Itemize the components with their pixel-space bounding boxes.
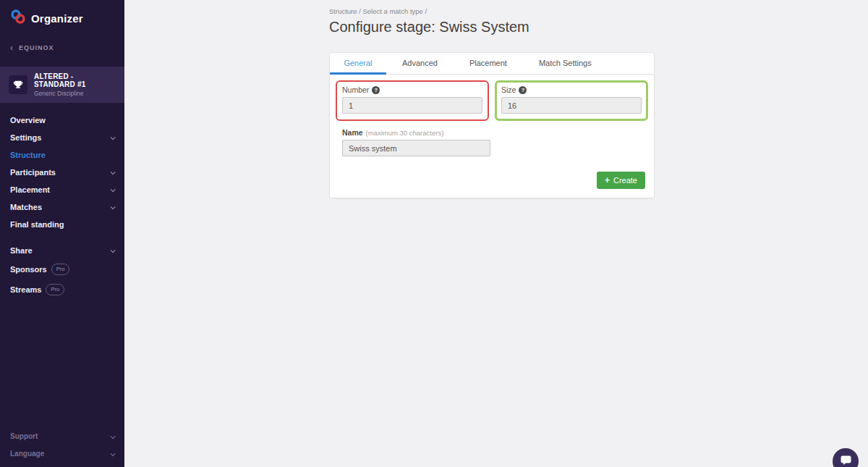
sidebar-item-participants[interactable]: Participants xyxy=(0,164,124,181)
name-input[interactable] xyxy=(342,140,490,156)
sidebar-item-overview[interactable]: Overview xyxy=(0,112,124,129)
sidebar-item-settings[interactable]: Settings xyxy=(0,129,124,146)
discipline-title: ALTERED - STANDARD #1 xyxy=(34,72,116,88)
tab-match-settings[interactable]: Match Settings xyxy=(523,53,608,74)
sidebar-secondary-nav: Share Sponsors Pro Streams Pro xyxy=(0,242,124,300)
stage-tabs: General Advanced Placement Match Setting… xyxy=(330,53,654,75)
chevron-down-icon xyxy=(111,434,116,439)
pro-badge: Pro xyxy=(46,284,64,295)
sidebar-footer: Support Language xyxy=(0,428,124,463)
configure-stage-card: General Advanced Placement Match Setting… xyxy=(329,52,655,198)
size-field-label: Size xyxy=(501,85,516,94)
name-field-hint: (maximum 30 characters) xyxy=(366,129,444,137)
size-field-highlight: Size ? xyxy=(495,80,648,121)
sidebar: Organizer ‹ EQUINOX ALTERED - STANDARD #… xyxy=(0,0,124,467)
chevron-down-icon xyxy=(111,135,116,140)
plus-icon: + xyxy=(605,177,610,184)
app-name: Organizer xyxy=(31,12,83,25)
name-field-group: Name (maximum 30 characters) xyxy=(342,128,490,156)
number-input[interactable] xyxy=(342,97,482,114)
number-field-highlight: Number ? xyxy=(336,80,489,121)
size-input[interactable] xyxy=(501,97,642,114)
chat-bubble-icon xyxy=(841,455,851,467)
pro-badge: Pro xyxy=(51,264,70,275)
chevron-down-icon xyxy=(111,248,116,253)
breadcrumb[interactable]: Structure / Select a match type / xyxy=(329,7,655,15)
chevron-down-icon xyxy=(111,187,116,192)
number-field-label: Number xyxy=(342,85,369,94)
organizer-logo-icon xyxy=(10,9,26,28)
sidebar-item-support[interactable]: Support xyxy=(0,428,124,445)
app-logo[interactable]: Organizer xyxy=(0,0,124,32)
create-button-label: Create xyxy=(613,176,637,185)
tournament-name: EQUINOX xyxy=(19,44,54,51)
tab-general[interactable]: General xyxy=(330,53,386,74)
chat-widget-button[interactable] xyxy=(833,448,859,467)
discipline-subtitle: Generic Discipline xyxy=(34,90,116,97)
sidebar-item-matches[interactable]: Matches xyxy=(0,198,124,216)
sidebar-item-language[interactable]: Language xyxy=(0,445,124,463)
main-content: Structure / Select a match type / Config… xyxy=(124,0,868,467)
chevron-down-icon xyxy=(111,169,116,174)
page-title: Configure stage: Swiss System xyxy=(329,19,655,35)
chevron-left-icon: ‹ xyxy=(10,43,13,52)
sidebar-main-nav: Overview Settings Structure Participants… xyxy=(0,112,124,233)
sidebar-item-placement[interactable]: Placement xyxy=(0,181,124,198)
sidebar-item-structure[interactable]: Structure xyxy=(0,146,124,164)
create-button[interactable]: + Create xyxy=(597,172,645,189)
sidebar-item-streams[interactable]: Streams Pro xyxy=(0,279,124,300)
tab-advanced[interactable]: Advanced xyxy=(386,53,454,74)
tab-placement[interactable]: Placement xyxy=(454,53,523,74)
chevron-down-icon xyxy=(111,451,116,456)
discipline-selector[interactable]: ALTERED - STANDARD #1 Generic Discipline xyxy=(0,67,124,103)
sidebar-item-sponsors[interactable]: Sponsors Pro xyxy=(0,259,124,279)
help-icon[interactable]: ? xyxy=(372,86,380,94)
chevron-down-icon xyxy=(111,204,116,209)
name-field-label: Name xyxy=(342,128,363,137)
back-to-tournament-list[interactable]: ‹ EQUINOX xyxy=(0,32,124,56)
trophy-icon xyxy=(9,75,27,94)
help-icon[interactable]: ? xyxy=(519,86,527,94)
sidebar-item-final-standing[interactable]: Final standing xyxy=(0,216,124,233)
sidebar-item-share[interactable]: Share xyxy=(0,242,124,259)
